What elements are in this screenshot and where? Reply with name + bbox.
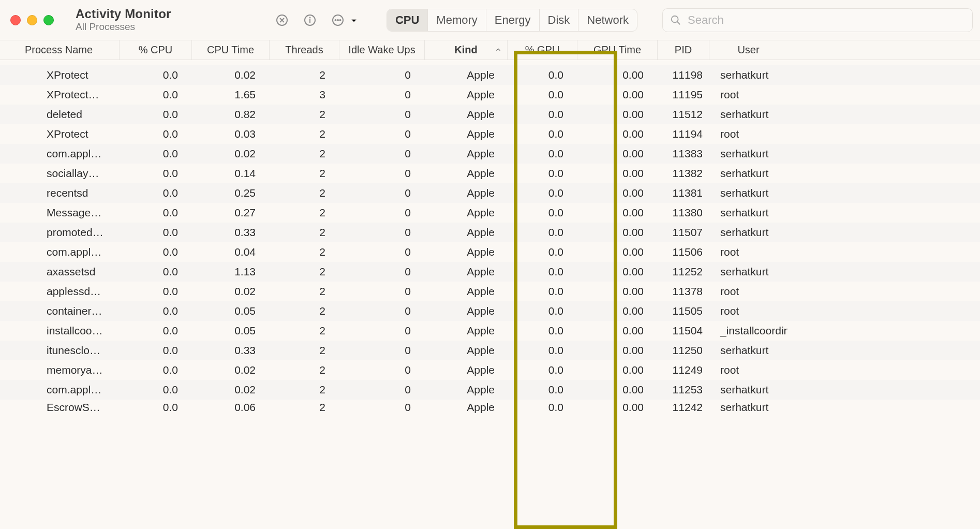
cell-gpu-time: 0.00: [577, 325, 657, 337]
cell-user: serhatkurt: [709, 266, 788, 278]
table-row[interactable]: com.appl… 0.0 0.04 2 0 Apple 0.0 0.00 11…: [0, 242, 980, 262]
col-cpu-percent[interactable]: % CPU: [119, 40, 191, 60]
chevron-down-icon: [349, 16, 359, 25]
cell-kind: Apple: [424, 187, 507, 199]
svg-line-11: [677, 21, 680, 24]
table-row[interactable]: container… 0.0 0.05 2 0 Apple 0.0 0.00 1…: [0, 301, 980, 321]
cell-kind: Apple: [424, 226, 507, 239]
cell-pid: 11506: [657, 246, 709, 258]
table-row[interactable]: deleted 0.0 0.82 2 0 Apple 0.0 0.00 1151…: [0, 105, 980, 124]
cell-process-name: EscrowS…: [21, 401, 119, 414]
cell-idle-wakeups: 0: [339, 148, 424, 160]
cell-gpu-time: 0.00: [577, 401, 657, 414]
cell-cpu-time: 0.14: [191, 167, 269, 180]
tab-network[interactable]: Network: [578, 9, 637, 31]
zoom-window-button[interactable]: [43, 15, 54, 25]
table-row[interactable]: com.appl… 0.0 0.02 2 0 Apple 0.0 0.00 11…: [0, 144, 980, 164]
cell-gpu-percent: 0.0: [507, 167, 577, 180]
cell-process-name: promoted…: [21, 226, 119, 239]
col-label: Process Name: [25, 44, 93, 56]
table-row[interactable]: memorya… 0.0 0.02 2 0 Apple 0.0 0.00 112…: [0, 360, 980, 380]
cell-cpu-percent: 0.0: [119, 325, 191, 337]
cell-idle-wakeups: 0: [339, 344, 424, 357]
cell-gpu-percent: 0.0: [507, 89, 577, 101]
cell-kind: Apple: [424, 207, 507, 219]
cell-threads: 2: [269, 226, 339, 239]
cell-gpu-time: 0.00: [577, 108, 657, 121]
cell-idle-wakeups: 0: [339, 128, 424, 140]
table-row[interactable]: promoted… 0.0 0.33 2 0 Apple 0.0 0.00 11…: [0, 223, 980, 242]
tab-cpu[interactable]: CPU: [387, 9, 427, 31]
col-label: GPU Time: [593, 44, 641, 56]
cell-kind: Apple: [424, 305, 507, 317]
cell-gpu-time: 0.00: [577, 128, 657, 140]
search-icon: [670, 14, 681, 26]
cell-threads: 2: [269, 187, 339, 199]
col-gpu-percent[interactable]: % GPU: [507, 40, 577, 60]
cell-idle-wakeups: 0: [339, 89, 424, 101]
table-row[interactable]: recentsd 0.0 0.25 2 0 Apple 0.0 0.00 113…: [0, 183, 980, 203]
cell-cpu-percent: 0.0: [119, 384, 191, 396]
table-row[interactable]: com.appl… 0.0 0.02 2 0 Apple 0.0 0.00 11…: [0, 380, 980, 400]
table-row[interactable]: XProtect 0.0 0.02 2 0 Apple 0.0 0.00 111…: [0, 65, 980, 85]
cell-cpu-time: 0.02: [191, 148, 269, 160]
cell-kind: Apple: [424, 167, 507, 180]
table-row[interactable]: installcoo… 0.0 0.05 2 0 Apple 0.0 0.00 …: [0, 321, 980, 341]
cell-threads: 2: [269, 167, 339, 180]
cell-gpu-percent: 0.0: [507, 207, 577, 219]
cell-process-name: XProtect: [21, 69, 119, 81]
search-field[interactable]: [662, 8, 973, 32]
cell-idle-wakeups: 0: [339, 364, 424, 376]
svg-point-9: [339, 20, 340, 21]
cell-kind: Apple: [424, 364, 507, 376]
tab-memory[interactable]: Memory: [427, 9, 485, 31]
col-kind[interactable]: Kind: [424, 40, 507, 60]
table-row[interactable]: axassetsd 0.0 1.13 2 0 Apple 0.0 0.00 11…: [0, 262, 980, 282]
col-idle-wakeups[interactable]: Idle Wake Ups: [339, 40, 424, 60]
col-process-name[interactable]: Process Name: [21, 40, 119, 60]
cell-process-name: installcoo…: [21, 325, 119, 337]
titlebar: Activity Monitor All Processes CPU Memor…: [0, 0, 980, 40]
table-row[interactable]: XProtect… 0.0 1.65 3 0 Apple 0.0 0.00 11…: [0, 85, 980, 105]
cell-gpu-percent: 0.0: [507, 128, 577, 140]
col-gpu-time[interactable]: GPU Time: [577, 40, 657, 60]
table-row[interactable]: EscrowS… 0.0 0.06 2 0 Apple 0.0 0.00 112…: [0, 400, 980, 415]
cell-gpu-percent: 0.0: [507, 364, 577, 376]
cell-gpu-percent: 0.0: [507, 325, 577, 337]
cell-user: serhatkurt: [709, 69, 788, 81]
cell-gpu-percent: 0.0: [507, 108, 577, 121]
cell-kind: Apple: [424, 69, 507, 81]
table-row[interactable]: sociallay… 0.0 0.14 2 0 Apple 0.0 0.00 1…: [0, 164, 980, 183]
table-row[interactable]: applessd… 0.0 0.02 2 0 Apple 0.0 0.00 11…: [0, 282, 980, 301]
cell-cpu-time: 0.02: [191, 69, 269, 81]
cell-pid: 11194: [657, 128, 709, 140]
stop-process-button[interactable]: [272, 10, 292, 31]
cell-user: serhatkurt: [709, 108, 788, 121]
minimize-window-button[interactable]: [27, 15, 37, 25]
cell-threads: 2: [269, 384, 339, 396]
table-row[interactable]: Message… 0.0 0.27 2 0 Apple 0.0 0.00 113…: [0, 203, 980, 223]
col-cpu-time[interactable]: CPU Time: [191, 40, 269, 60]
cell-threads: 2: [269, 148, 339, 160]
cell-gpu-time: 0.00: [577, 364, 657, 376]
col-threads[interactable]: Threads: [269, 40, 339, 60]
table-row[interactable]: XProtect 0.0 0.03 2 0 Apple 0.0 0.00 111…: [0, 124, 980, 144]
cell-cpu-percent: 0.0: [119, 148, 191, 160]
cell-idle-wakeups: 0: [339, 108, 424, 121]
tab-disk[interactable]: Disk: [539, 9, 578, 31]
col-pid[interactable]: PID: [657, 40, 709, 60]
tab-energy[interactable]: Energy: [486, 9, 539, 31]
search-input[interactable]: [687, 13, 965, 27]
cell-gpu-time: 0.00: [577, 285, 657, 298]
cell-cpu-percent: 0.0: [119, 285, 191, 298]
cell-cpu-percent: 0.0: [119, 305, 191, 317]
cell-cpu-percent: 0.0: [119, 89, 191, 101]
inspect-process-button[interactable]: [300, 10, 320, 31]
table-row[interactable]: itunesclo… 0.0 0.33 2 0 Apple 0.0 0.00 1…: [0, 341, 980, 360]
table-row[interactable]: [0, 60, 980, 65]
options-popup-button[interactable]: [328, 10, 359, 31]
cell-idle-wakeups: 0: [339, 305, 424, 317]
cell-user: root: [709, 285, 788, 298]
close-window-button[interactable]: [10, 15, 21, 25]
col-user[interactable]: User: [709, 40, 788, 60]
